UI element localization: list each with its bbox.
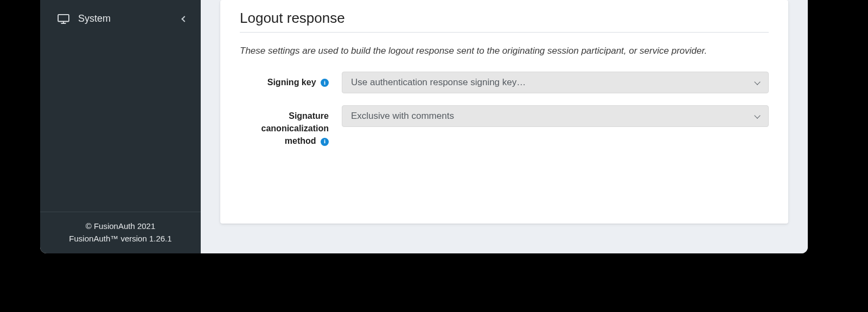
svg-rect-0 [58, 14, 69, 21]
info-icon[interactable]: i [321, 79, 329, 87]
label-signing-key-text: Signing key [267, 78, 316, 87]
chevron-down-icon [754, 79, 760, 85]
sidebar-item-left: System [58, 13, 111, 24]
chevron-left-icon [181, 16, 187, 22]
info-icon[interactable]: i [321, 138, 329, 146]
select-signing-key-value: Use authentication response signing key… [351, 77, 526, 88]
app-window: System © FusionAuth 2021 FusionAuth™ ver… [40, 0, 808, 253]
select-canonicalization-value: Exclusive with comments [351, 111, 454, 122]
settings-card: Logout response These settings are used … [220, 0, 788, 224]
title-divider [240, 32, 769, 33]
chevron-down-icon [754, 112, 760, 118]
form-row-canonicalization: Signature canonicalization method i Excl… [240, 105, 769, 148]
section-title: Logout response [240, 10, 769, 32]
monitor-icon [58, 14, 69, 24]
label-canonicalization-text: Signature canonicalization method [261, 111, 329, 145]
sidebar-footer: © FusionAuth 2021 FusionAuth™ version 1.… [40, 212, 201, 254]
main-area: Logout response These settings are used … [201, 0, 808, 253]
select-canonicalization[interactable]: Exclusive with comments [342, 105, 769, 127]
footer-version: FusionAuth™ version 1.26.1 [46, 232, 195, 245]
viewport: System © FusionAuth 2021 FusionAuth™ ver… [0, 0, 868, 312]
sidebar-item-system[interactable]: System [40, 8, 201, 30]
select-signing-key[interactable]: Use authentication response signing key… [342, 72, 769, 93]
sidebar-nav: System [40, 0, 201, 30]
form-row-signing-key: Signing key i Use authentication respons… [240, 72, 769, 93]
sidebar: System © FusionAuth 2021 FusionAuth™ ver… [40, 0, 201, 253]
footer-copyright: © FusionAuth 2021 [46, 220, 195, 232]
sidebar-item-label: System [78, 13, 111, 24]
label-signing-key: Signing key i [240, 72, 329, 88]
label-canonicalization: Signature canonicalization method i [240, 105, 329, 148]
section-description: These settings are used to build the log… [240, 46, 769, 56]
